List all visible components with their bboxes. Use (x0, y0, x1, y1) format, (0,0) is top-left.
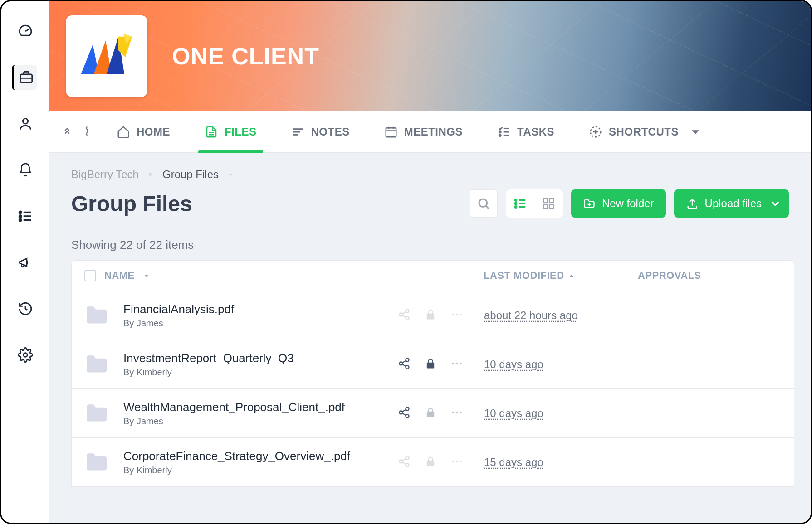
chevron-down-icon (689, 125, 702, 139)
sort-down-icon (143, 272, 150, 279)
client-logo (66, 15, 147, 97)
tab-meetings[interactable]: MEETINGS (378, 121, 469, 142)
table-row[interactable]: WealthManagement_Proposal_Client_.pdfBy … (71, 389, 794, 438)
sidebar-dashboard[interactable] (13, 19, 38, 44)
breadcrumb: BigBerry Tech Group Files (49, 168, 811, 181)
svg-point-61 (460, 313, 462, 315)
search-icon (477, 197, 490, 210)
home-icon (117, 125, 130, 139)
share-icon[interactable] (398, 406, 411, 419)
svg-point-1 (23, 119, 28, 124)
collapse-icon[interactable] (62, 126, 72, 138)
lock-icon[interactable] (424, 357, 437, 370)
file-author: By Kimberly (123, 465, 398, 475)
svg-marker-34 (692, 130, 699, 134)
search-button[interactable] (470, 189, 498, 218)
svg-point-83 (452, 460, 455, 462)
lock-icon[interactable] (424, 406, 437, 419)
sidebar-list[interactable] (13, 204, 38, 229)
column-approvals[interactable]: APPROVALS (638, 270, 781, 281)
view-list-button[interactable] (506, 189, 534, 218)
more-icon[interactable] (450, 357, 463, 370)
svg-point-59 (452, 313, 455, 315)
svg-marker-53 (570, 274, 573, 277)
svg-rect-45 (543, 199, 547, 203)
grid-view-icon (542, 197, 555, 210)
svg-point-80 (406, 463, 409, 466)
sidebar-briefcase[interactable] (12, 65, 37, 90)
folder-plus-icon (583, 197, 596, 210)
sidebar-settings[interactable] (13, 342, 38, 368)
svg-point-68 (456, 362, 458, 364)
upload-files-button[interactable]: Upload files (674, 189, 789, 218)
branch-icon[interactable] (82, 126, 92, 138)
svg-rect-22 (386, 128, 396, 137)
svg-point-55 (400, 313, 403, 316)
svg-line-74 (402, 413, 406, 415)
sort-up-icon (568, 272, 575, 279)
share-icon[interactable] (398, 308, 411, 321)
more-icon[interactable] (450, 455, 463, 468)
table-row[interactable]: CorporateFinance_Strategy_Overview_.pdfB… (71, 438, 794, 487)
section-tabs: HOME FILES NOTES MEETINGS TASKS SHORTCUT… (49, 111, 811, 153)
svg-point-37 (479, 199, 487, 207)
chevron-down-icon[interactable] (227, 171, 234, 178)
tab-tasks[interactable]: TASKS (491, 121, 561, 142)
more-icon[interactable] (450, 406, 463, 419)
svg-marker-52 (145, 275, 148, 277)
sidebar-notifications[interactable] (13, 157, 38, 183)
folder-icon (84, 354, 109, 374)
svg-line-73 (402, 409, 406, 412)
folder-icon (84, 452, 109, 472)
svg-point-43 (515, 203, 517, 204)
lock-icon[interactable] (424, 455, 437, 468)
view-toggle (506, 189, 563, 218)
share-icon[interactable] (398, 455, 411, 468)
svg-point-69 (460, 362, 462, 364)
svg-point-42 (515, 199, 517, 201)
select-all-checkbox[interactable] (84, 270, 96, 281)
svg-rect-46 (549, 199, 553, 203)
svg-point-60 (456, 313, 458, 315)
svg-point-6 (19, 215, 21, 217)
new-folder-button[interactable]: New folder (571, 189, 666, 218)
page-title: Group Files (71, 191, 192, 216)
file-icon (205, 125, 218, 139)
calendar-icon (384, 125, 398, 139)
table-row[interactable]: InvestmentReport_Quarterly_Q3By Kimberly… (71, 340, 794, 389)
list-view-icon (514, 197, 527, 210)
tab-notes[interactable]: NOTES (285, 121, 356, 142)
svg-point-30 (499, 134, 501, 136)
tab-files-label: FILES (225, 126, 257, 138)
more-icon[interactable] (450, 308, 463, 321)
breadcrumb-root[interactable]: BigBerry Tech (71, 168, 139, 181)
chevron-down-icon[interactable] (769, 197, 782, 210)
svg-point-84 (456, 460, 458, 462)
upload-files-label: Upload files (705, 197, 762, 210)
table-row[interactable]: FinancialAnalysis.pdfBy Jamesabout 22 ho… (71, 291, 794, 340)
folder-icon (84, 306, 109, 325)
briefcase-icon (19, 70, 34, 85)
svg-point-54 (406, 309, 409, 312)
tab-files[interactable]: FILES (198, 121, 263, 142)
view-grid-button[interactable] (534, 189, 563, 218)
client-banner: ONE CLIENT (49, 1, 811, 111)
folder-icon (84, 403, 109, 423)
tab-shortcuts[interactable]: SHORTCUTS (582, 121, 709, 142)
new-folder-label: New folder (602, 197, 654, 210)
share-icon[interactable] (398, 357, 411, 370)
svg-point-76 (456, 411, 458, 413)
breadcrumb-current: Group Files (162, 168, 219, 181)
svg-point-7 (19, 219, 21, 221)
sidebar-announcements[interactable] (13, 250, 38, 275)
column-name[interactable]: NAME (104, 270, 135, 281)
tab-home[interactable]: HOME (110, 121, 176, 142)
upload-icon (686, 197, 699, 210)
lock-icon[interactable] (424, 308, 437, 321)
svg-point-67 (452, 362, 455, 364)
sidebar-person[interactable] (13, 111, 38, 136)
sidebar-history[interactable] (13, 296, 38, 321)
column-modified[interactable]: LAST MODIFIED (484, 270, 564, 281)
svg-point-79 (400, 460, 403, 463)
table-header: NAME LAST MODIFIED APPROVALS (71, 260, 794, 291)
